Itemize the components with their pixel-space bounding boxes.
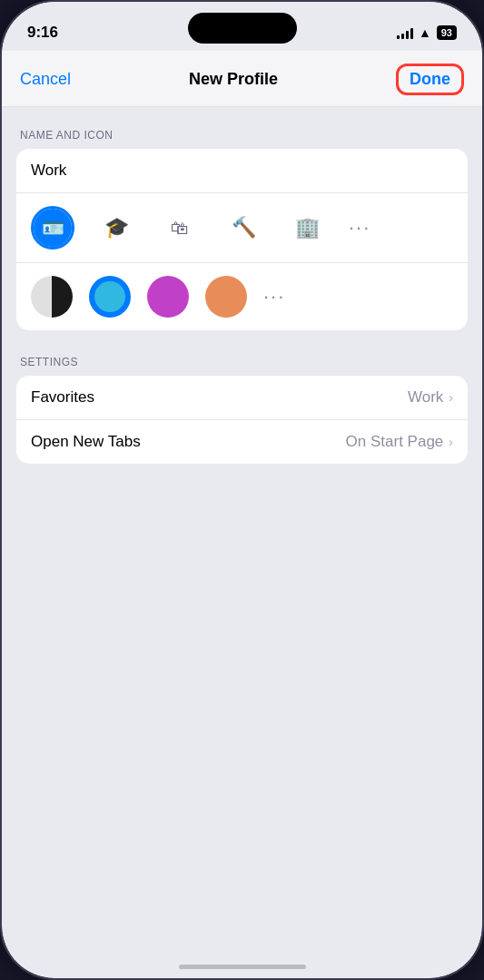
settings-card: Favorites Work › Open New Tabs On Start … xyxy=(16,376,468,464)
more-icons-button[interactable]: ··· xyxy=(349,216,370,240)
phone-frame: 9:16 ▲ 93 Cancel New Profile Done NAME A… xyxy=(0,0,484,980)
page-title: New Profile xyxy=(189,70,278,89)
icon-bag[interactable]: 🛍 xyxy=(158,206,202,250)
navigation-bar: Cancel New Profile Done xyxy=(2,51,482,107)
favorites-label: Favorites xyxy=(31,388,94,407)
open-new-tabs-label: Open New Tabs xyxy=(31,433,141,451)
more-colors-button[interactable]: ··· xyxy=(263,285,285,309)
color-blue[interactable] xyxy=(89,276,131,318)
color-purple[interactable] xyxy=(147,276,189,318)
color-blackwhite[interactable] xyxy=(31,276,73,318)
icon-graduation[interactable]: 🎓 xyxy=(94,206,138,250)
phone-screen: 9:16 ▲ 93 Cancel New Profile Done NAME A… xyxy=(2,2,482,978)
icon-person[interactable]: 🪪 xyxy=(31,206,74,250)
cancel-button[interactable]: Cancel xyxy=(20,70,71,89)
settings-section-label: SETTINGS xyxy=(16,356,468,368)
favorites-value-text: Work xyxy=(408,388,443,407)
color-orange[interactable] xyxy=(205,276,247,318)
favorites-row[interactable]: Favorites Work › xyxy=(16,376,468,419)
wifi-icon: ▲ xyxy=(419,25,431,40)
battery-icon: 93 xyxy=(437,25,457,40)
icon-building[interactable]: 🏢 xyxy=(285,206,329,250)
status-time: 9:16 xyxy=(27,24,58,42)
done-button[interactable]: Done xyxy=(396,64,464,95)
open-new-tabs-chevron: › xyxy=(449,435,453,449)
profile-name-input[interactable] xyxy=(16,149,468,193)
icon-hammer[interactable]: 🔨 xyxy=(222,206,265,250)
open-new-tabs-value-text: On Start Page xyxy=(346,433,444,451)
open-new-tabs-value: On Start Page › xyxy=(346,433,453,451)
status-icons: ▲ 93 xyxy=(397,25,457,40)
favorites-value: Work › xyxy=(408,388,453,407)
open-new-tabs-row[interactable]: Open New Tabs On Start Page › xyxy=(16,419,468,464)
favorites-chevron: › xyxy=(449,390,453,405)
home-indicator xyxy=(179,965,306,969)
name-icon-card: 🪪 🎓 🛍 🔨 xyxy=(16,149,468,330)
name-icon-section-label: NAME AND ICON xyxy=(16,129,468,142)
dynamic-island xyxy=(188,13,297,44)
signal-icon xyxy=(397,26,413,39)
icons-row: 🪪 🎓 🛍 🔨 xyxy=(16,193,468,263)
content-area: NAME AND ICON 🪪 🎓 xyxy=(2,107,482,485)
colors-row: ··· xyxy=(16,263,468,330)
